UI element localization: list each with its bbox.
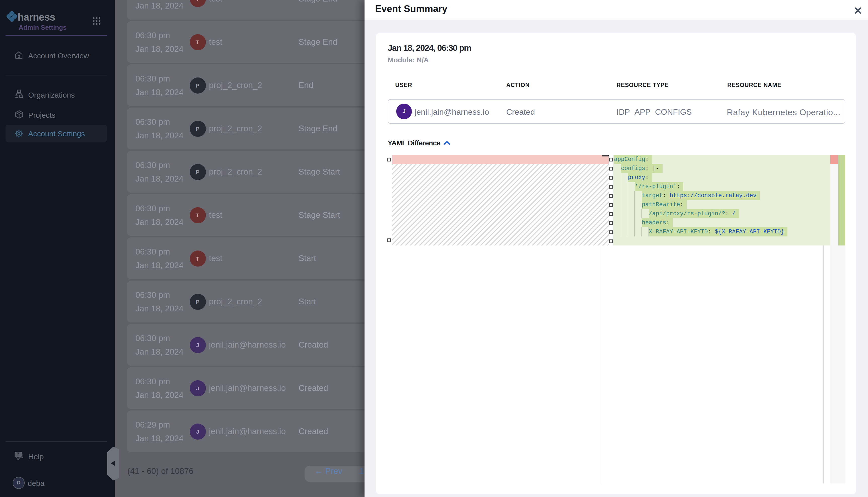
svg-text:?: ? [17,452,19,456]
